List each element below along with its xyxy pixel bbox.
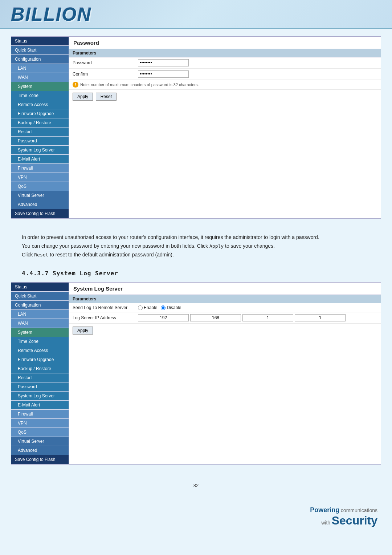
log-server-ip-label: Log Server IP Address: [73, 315, 138, 320]
syslog-apply-button[interactable]: Apply: [73, 327, 93, 335]
sidebar-item-advanced[interactable]: Advanced: [11, 200, 69, 209]
sidebar-item-backup--restore[interactable]: Backup / Restore: [11, 364, 69, 373]
sidebar-item-remote-access[interactable]: Remote Access: [11, 346, 69, 355]
sidebar-item-quick-start[interactable]: Quick Start: [11, 292, 69, 301]
sidebar-item-password[interactable]: Password: [11, 382, 69, 392]
disable-radio[interactable]: [161, 305, 166, 310]
sidebar-item-configuration[interactable]: Configuration: [11, 55, 69, 64]
send-log-value: Enable Disable: [138, 305, 181, 310]
password-label: Password: [73, 60, 138, 65]
sidebar-item-qos[interactable]: QoS: [11, 182, 69, 191]
syslog-button-row: Apply: [69, 324, 381, 337]
sidebar-item-virtual-server[interactable]: Virtual Server: [11, 437, 69, 446]
sidebar-item-configuration[interactable]: Configuration: [11, 301, 69, 310]
desc-apply-mono: Apply: [209, 243, 224, 249]
sidebar-item-e-mail-alert[interactable]: E-Mail Alert: [11, 155, 69, 164]
desc-reset-mono: Reset: [34, 252, 48, 258]
sidebar-item-status[interactable]: Status: [11, 283, 69, 292]
sidebar-item-status[interactable]: Status: [11, 37, 69, 46]
sidebar-item-system-log-server[interactable]: System Log Server: [11, 392, 69, 401]
sidebar-item-virtual-server[interactable]: Virtual Server: [11, 191, 69, 200]
password-note: ! Note: number of maxiumum chacters of p…: [69, 80, 381, 90]
sidebar-item-save-config-to-flash[interactable]: Save Config to Flash: [11, 455, 69, 464]
sidebar-item-e-mail-alert[interactable]: E-Mail Alert: [11, 401, 69, 410]
send-log-radio-group[interactable]: Enable Disable: [138, 305, 181, 310]
password-value[interactable]: [138, 59, 189, 66]
ip-octet-1[interactable]: [138, 314, 189, 321]
sidebar-item-lan[interactable]: LAN: [11, 64, 69, 73]
sidebar-item-system-log-server[interactable]: System Log Server: [11, 146, 69, 155]
password-section-wrapper: StatusQuick StartConfigurationLANWANSyst…: [11, 36, 381, 219]
sidebar-item-qos[interactable]: QoS: [11, 428, 69, 437]
password-field-row: Password: [69, 57, 381, 69]
sidebar-item-lan[interactable]: LAN: [11, 310, 69, 319]
footer-with: with: [321, 520, 330, 526]
sidebar-item-save-config-to-flash[interactable]: Save Config to Flash: [11, 209, 69, 218]
syslog-params-header: Parameters: [69, 295, 381, 303]
ip-fields[interactable]: [138, 314, 346, 321]
confirm-input[interactable]: [138, 70, 189, 78]
sidebar-item-firmware-upgrade[interactable]: Firmware Upgrade: [11, 109, 69, 118]
sidebar-item-firewall[interactable]: Firewall: [11, 410, 69, 419]
footer-security: Security: [332, 514, 377, 527]
password-button-row: Apply Reset: [69, 90, 381, 104]
desc-text3: Click: [22, 252, 34, 258]
syslog-panel: System Log Server Parameters Send Log To…: [69, 282, 381, 465]
syslog-section-wrapper: StatusQuick StartConfigurationLANWANSyst…: [11, 282, 381, 465]
desc-text4: to reset to the default administration p…: [48, 252, 174, 258]
ip-octet-2[interactable]: [190, 314, 241, 321]
sidebar-item-remote-access[interactable]: Remote Access: [11, 100, 69, 109]
sidebar-item-wan[interactable]: WAN: [11, 73, 69, 82]
password-panel: Password Parameters Password Confirm ! N…: [69, 36, 381, 219]
sidebar-item-password[interactable]: Password: [11, 137, 69, 146]
syslog-panel-title: System Log Server: [69, 283, 381, 295]
confirm-value[interactable]: [138, 70, 189, 78]
enable-radio-label[interactable]: Enable: [138, 305, 157, 310]
sidebar-item-quick-start[interactable]: Quick Start: [11, 46, 69, 55]
sidebar-1: StatusQuick StartConfigurationLANWANSyst…: [11, 36, 69, 219]
confirm-label: Confirm: [73, 72, 138, 77]
logo: BILLION: [11, 3, 91, 25]
sidebar-item-backup--restore[interactable]: Backup / Restore: [11, 118, 69, 127]
sidebar-item-vpn[interactable]: VPN: [11, 173, 69, 182]
sidebar-item-time-zone[interactable]: Time Zone: [11, 337, 69, 346]
ip-octet-4[interactable]: [295, 314, 346, 321]
log-server-ip-value: [138, 314, 346, 321]
send-log-row: Send Log To Remote Server Enable Disable: [69, 303, 381, 312]
sidebar-item-time-zone[interactable]: Time Zone: [11, 91, 69, 100]
sidebar-item-restart[interactable]: Restart: [11, 373, 69, 382]
sidebar-item-restart[interactable]: Restart: [11, 127, 69, 137]
main-content: StatusQuick StartConfigurationLANWANSyst…: [0, 29, 392, 479]
log-server-ip-row: Log Server IP Address: [69, 312, 381, 324]
note-text: Note: number of maxiumum chacters of pas…: [80, 82, 199, 87]
desc-text2: to save your changes.: [224, 243, 275, 249]
password-panel-title: Password: [69, 37, 381, 49]
sidebar-item-firmware-upgrade[interactable]: Firmware Upgrade: [11, 355, 69, 364]
header: BILLION: [0, 0, 392, 29]
sidebar-item-firewall[interactable]: Firewall: [11, 164, 69, 173]
footer-powering: Powering: [310, 506, 339, 514]
sidebar-2: StatusQuick StartConfigurationLANWANSyst…: [11, 282, 69, 465]
password-description: In order to prevent unauthorized access …: [11, 226, 338, 266]
sidebar-item-system[interactable]: System: [11, 328, 69, 337]
footer-communications: communications: [341, 507, 377, 513]
sidebar-item-wan[interactable]: WAN: [11, 319, 69, 328]
password-apply-button[interactable]: Apply: [73, 93, 93, 101]
sidebar-item-vpn[interactable]: VPN: [11, 419, 69, 428]
confirm-field-row: Confirm: [69, 69, 381, 80]
password-params-header: Parameters: [69, 49, 381, 57]
syslog-heading: 4.4.3.7 System Log Server: [11, 266, 381, 282]
footer-brand: Powering communications with Security: [0, 506, 377, 527]
enable-radio[interactable]: [138, 305, 143, 310]
disable-radio-label[interactable]: Disable: [161, 305, 181, 310]
sidebar-item-system[interactable]: System: [11, 82, 69, 91]
page-number: 82: [0, 483, 392, 488]
password-reset-button[interactable]: Reset: [96, 93, 117, 101]
password-input[interactable]: [138, 59, 189, 66]
note-icon: !: [73, 82, 78, 88]
send-log-label: Send Log To Remote Server: [73, 305, 138, 310]
ip-octet-3[interactable]: [242, 314, 293, 321]
sidebar-item-advanced[interactable]: Advanced: [11, 446, 69, 455]
